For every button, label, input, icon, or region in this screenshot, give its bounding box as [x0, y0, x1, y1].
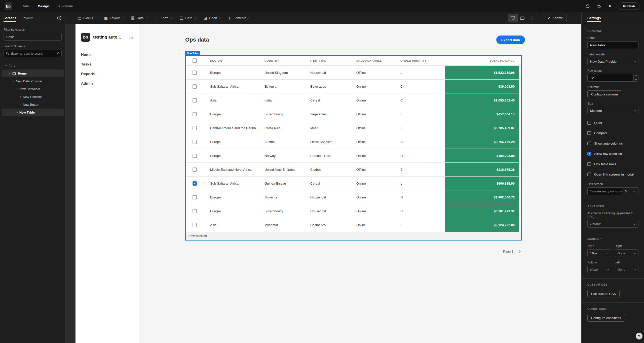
row-count-stepper[interactable]: 12: [587, 74, 638, 82]
chevron-down-icon[interactable]: [9, 72, 11, 74]
undo-icon[interactable]: [597, 4, 601, 9]
menu-data[interactable]: Data: [131, 16, 147, 20]
checkbox-box[interactable]: [587, 142, 591, 145]
column-header-item-type[interactable]: ITEM TYPE: [310, 56, 356, 65]
table-row[interactable]: EuropeNorwayPersonal CareOnlineH$184,382…: [186, 149, 521, 163]
row-checkbox[interactable]: [193, 140, 197, 144]
column-header-region[interactable]: REGION: [210, 56, 264, 65]
name-input[interactable]: New Table: [587, 41, 638, 49]
margin-select-bottom[interactable]: None: [587, 266, 611, 273]
column-header-order-priority[interactable]: ORDER PRIORITY: [400, 56, 445, 65]
row-checkbox[interactable]: ✓: [193, 181, 197, 186]
desktop-preview-button[interactable]: [508, 14, 518, 22]
table-row[interactable]: EuropeSloveniaHouseholdOnlineH$1,962,040…: [186, 190, 521, 204]
menu-layout[interactable]: Layout: [104, 16, 123, 20]
increment-icon[interactable]: [634, 74, 638, 78]
row-checkbox[interactable]: [193, 71, 197, 75]
row-checkbox[interactable]: [193, 223, 197, 227]
decrement-icon[interactable]: [634, 78, 638, 82]
table-row[interactable]: EuropeAustriaOffice SuppliesOfflineC$3,7…: [186, 135, 521, 149]
tab-layouts[interactable]: Layouts: [22, 12, 33, 24]
tab-settings[interactable]: Settings: [587, 12, 601, 24]
menu-chart[interactable]: Chart: [204, 16, 221, 20]
app-nav-link-home[interactable]: Home: [81, 52, 133, 57]
tree-item-new-button[interactable]: New Button: [2, 101, 64, 109]
theme-button[interactable]: Theme: [543, 14, 567, 22]
app-nav-link-reports[interactable]: Reports: [81, 72, 133, 76]
add-screen-button[interactable]: [57, 16, 62, 20]
checkbox-show-auto-columns[interactable]: Show auto columns: [587, 142, 638, 145]
id-column-select[interactable]: Default: [587, 220, 638, 228]
column-header-sales-channel[interactable]: SALES CHANNEL: [356, 56, 400, 65]
column-header-total-revenue[interactable]: TOTAL REVENUE: [445, 56, 519, 65]
checkbox-box[interactable]: [587, 162, 591, 166]
mobile-preview-button[interactable]: [527, 14, 537, 22]
table-row[interactable]: Middle East and North AfricaUnited Arab …: [186, 163, 521, 177]
configure-columns-button[interactable]: Configure columns: [587, 90, 622, 98]
chevron-down-icon[interactable]: [12, 80, 14, 82]
edit-custom-css-button[interactable]: Edit custom CSS: [587, 290, 620, 297]
preview-play-icon[interactable]: [608, 4, 612, 8]
checkbox-box[interactable]: [587, 173, 591, 176]
row-checkbox[interactable]: [193, 154, 197, 158]
checkbox-box[interactable]: [587, 131, 591, 135]
publish-button[interactable]: Publish: [619, 3, 639, 10]
checkbox-box[interactable]: [587, 121, 591, 125]
table-row[interactable]: EuropeLuxembourgHouseholdOnlineC$6,101,9…: [186, 204, 521, 218]
tree-item-new-container[interactable]: New Container: [2, 85, 64, 93]
table-row[interactable]: EuropeUnited KingdomHouseholdOfflineL$1,…: [186, 66, 521, 80]
sync-icon[interactable]: [585, 4, 590, 9]
row-checkbox[interactable]: [193, 195, 197, 199]
checkbox-quiet[interactable]: Quiet: [587, 121, 638, 125]
table-component[interactable]: New Table REGIONCOUNTRYITEM TYPESALES CH…: [185, 55, 522, 241]
checkbox-link-table-rows[interactable]: Link table rows: [587, 162, 638, 166]
binding-lightning-icon[interactable]: [622, 188, 630, 195]
chevron-right-icon[interactable]: [19, 96, 21, 98]
table-row[interactable]: ✓Sub-Saharan AfricaGuinea-BissauCerealOn…: [186, 177, 521, 190]
row-checkbox[interactable]: [193, 126, 197, 130]
chevron-right-icon[interactable]: [19, 104, 21, 106]
chevron-right-icon[interactable]: [16, 112, 18, 113]
tree-item-new-data-provider[interactable]: New Data Provider: [2, 77, 64, 85]
checkbox-compact[interactable]: Compact: [587, 131, 638, 135]
data-provider-select[interactable]: New Data Provider: [587, 58, 638, 65]
tab-data[interactable]: Data: [22, 0, 29, 12]
tree-item-new-headline[interactable]: New Headline: [2, 93, 64, 101]
menu-card[interactable]: Card: [180, 16, 196, 20]
table-row[interactable]: Central America and the Caribb...Costa R…: [186, 121, 521, 135]
table-row[interactable]: AsiaMyanmarCosmeticsOnlineL$2,124,792.00: [186, 218, 521, 232]
next-page-icon[interactable]: [518, 250, 521, 253]
tree-item-home[interactable]: Home: [2, 70, 64, 77]
row-checkbox[interactable]: [193, 112, 197, 116]
select-all-checkbox[interactable]: [193, 58, 197, 63]
tab-automate[interactable]: Automate: [58, 0, 73, 12]
clear-search-icon[interactable]: ✕: [56, 51, 59, 55]
access-filter-select[interactable]: Basic: [4, 33, 62, 41]
link-screen-dropdown-icon[interactable]: [630, 188, 638, 195]
menu-elements[interactable]: ¶Elements: [229, 16, 250, 20]
app-nav-link-admin[interactable]: Admin: [81, 81, 133, 85]
tab-design[interactable]: Design: [38, 0, 49, 12]
help-button[interactable]: ?: [636, 333, 642, 339]
margin-select-top[interactable]: 16px: [587, 249, 611, 257]
menu-form[interactable]: Form: [155, 16, 172, 20]
chevron-down-icon[interactable]: [5, 64, 7, 66]
table-row[interactable]: AsiaIndiaCerealOnlineC$1,055,652.40: [186, 93, 521, 107]
row-checkbox[interactable]: [193, 84, 197, 89]
link-screen-combobox[interactable]: Choose an option or type: [587, 187, 638, 195]
screen-search-input[interactable]: Enter a route to search ✕: [4, 50, 62, 57]
checkbox-box[interactable]: ✓: [587, 152, 591, 156]
table-row[interactable]: EuropeLuxembourgVegetablesOfflineL$457,4…: [186, 107, 521, 121]
margin-select-left[interactable]: None: [615, 266, 639, 273]
table-row[interactable]: Sub-Saharan AfricaEthiopiaBeveragesOnlin…: [186, 80, 521, 93]
tree-item-new-table[interactable]: New Table: [2, 109, 64, 116]
size-select[interactable]: Medium: [587, 107, 638, 114]
tree-item-root[interactable]: /: [2, 62, 64, 70]
app-nav-link-tasks[interactable]: Tasks: [81, 62, 133, 66]
column-header-country[interactable]: COUNTRY: [264, 56, 310, 65]
tab-screens[interactable]: Screens: [4, 12, 16, 24]
drag-handle-icon[interactable]: [129, 35, 133, 40]
previous-page-icon[interactable]: [496, 250, 498, 253]
chevron-down-icon[interactable]: [16, 88, 18, 90]
checkbox-open-link-screens-in-modal[interactable]: Open link screens in modal: [587, 173, 638, 176]
